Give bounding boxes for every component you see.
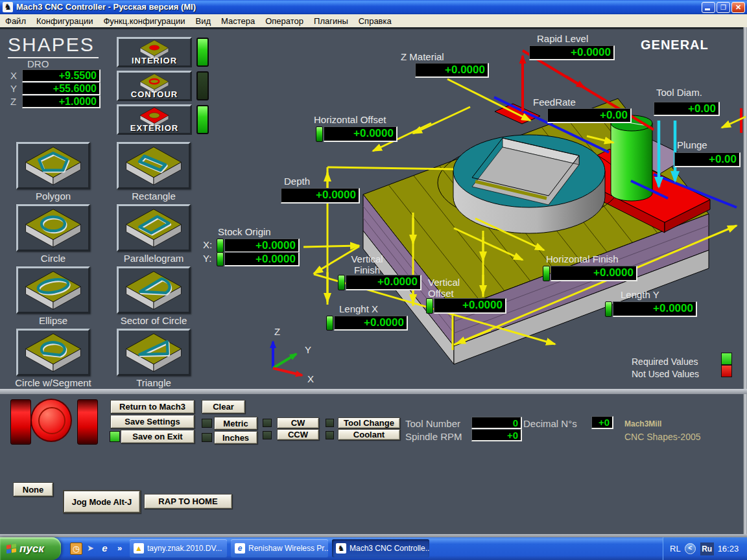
vertical-offset-led [426,298,433,314]
depth-label: Depth [284,176,310,187]
rectangle-shape-icon [120,145,187,187]
menu-func-config[interactable]: Функц.конфигурации [98,15,190,27]
plunge-dro[interactable]: +0.00 [674,152,741,167]
shape-button-sector[interactable] [117,266,191,314]
horizontal-finish-dro[interactable]: +0.0000 [551,266,637,281]
inches-led [202,433,212,442]
task-mach3[interactable]: ♞ Mach3 CNC Controlle... [332,539,429,557]
horizontal-finish-label: Horizontal Finish [546,253,619,264]
task-tayny[interactable]: ▲ tayny.znak.2010.DV... [130,539,227,557]
vertical-finish-dro[interactable]: +0.0000 [346,275,421,290]
start-button[interactable]: пуск [0,537,61,560]
depth-dro[interactable]: +0.0000 [281,188,360,204]
dro-y-value[interactable]: +55.6000 [22,82,101,95]
return-to-mach3-button[interactable]: Return to Mach3 [110,400,195,414]
pointer-icon[interactable]: ➤ [85,542,96,554]
save-settings-button[interactable]: Save Settings [110,415,195,428]
shape-label-circle-segment: Circle w/Segment [5,377,102,388]
shape-label-parallelogram: Parallelogram [105,253,202,264]
shape-button-rectangle[interactable] [117,142,191,189]
vertical-offset-dro[interactable]: +0.0000 [434,298,506,314]
interior-button[interactable]: INTERIOR [117,37,192,67]
close-button[interactable]: ✕ [731,2,745,13]
coolant-button[interactable]: Coolant [338,429,400,440]
shape-button-polygon[interactable] [16,142,90,189]
stock-origin-y-dro[interactable]: +0.0000 [224,252,300,266]
horizontal-offset-dro[interactable]: +0.0000 [324,126,397,142]
legend-required-label: Required Values [632,356,698,367]
rap-to-home-button[interactable]: RAP TO HOME [144,494,232,509]
vertical-finish-led [338,275,345,290]
metric-button[interactable]: Metric [214,417,257,430]
system-tray: RL < Ru 16:23 [663,537,747,560]
menu-plugins[interactable]: Плагины [309,15,353,27]
length-y-dro[interactable]: +0.0000 [613,301,697,317]
title-bar: ♞ Mach3 CNC Controller - Русская версия … [0,0,747,14]
vertical-offset-label: Vertical Offset [428,277,471,299]
tool-change-led [326,419,334,427]
page-title: SHAPES [8,34,99,58]
menu-wizards[interactable]: Мастера [216,15,260,27]
clear-button[interactable]: Clear [202,400,245,414]
dro-x-value[interactable]: +9.5500 [22,69,101,82]
shape-label-polygon: Polygon [5,191,102,202]
jog-mode-button[interactable]: Jog Mode Alt-J [63,490,141,513]
task-renishaw[interactable]: e Renishaw Wireless Pr... [231,539,328,557]
axis-z-label: Z [274,326,280,337]
decimal-dro[interactable]: +0 [591,416,613,429]
interior-led [196,38,209,67]
panel-divider [0,389,747,394]
tool-change-button[interactable]: Tool Change [338,417,400,428]
tray-rl-indicator: RL [670,544,681,554]
shape-button-parallelogram[interactable] [117,204,191,251]
tool-number-dro[interactable]: 0 [471,417,522,429]
minimize-button[interactable] [702,2,715,13]
screen-name: GENERAL [641,38,709,52]
ccw-button[interactable]: CCW [277,429,319,440]
tray-collapse-chevron[interactable]: < [685,543,696,554]
exterior-button[interactable]: EXTERIOR [117,104,192,135]
legend-required-led [721,353,732,365]
plunge-label: Plunge [677,139,707,150]
shape-button-circle-segment[interactable] [16,329,90,376]
menu-help[interactable]: Справка [353,15,397,27]
cw-led [263,419,272,427]
spindle-rpm-label: Spindle RPM [405,431,462,442]
z-material-dro[interactable]: +0.0000 [415,63,489,78]
cw-button[interactable]: CW [277,417,319,428]
shape-button-triangle[interactable] [117,329,191,376]
lenght-x-dro[interactable]: +0.0000 [334,316,408,331]
contour-button[interactable]: CONTOUR [117,71,192,101]
clock-icon[interactable]: ◷ [70,542,82,555]
tool-diam-dro[interactable]: +0.00 [654,102,720,116]
emergency-stop-button[interactable] [30,399,72,442]
inches-button[interactable]: Inches [214,431,257,444]
stock-origin-x-dro[interactable]: +0.0000 [224,239,300,253]
exterior-led [196,105,209,134]
menu-operator[interactable]: Оператор [260,15,309,27]
rapid-level-dro[interactable]: +0.0000 [529,45,615,60]
menu-file[interactable]: Файл [0,15,31,27]
ie-quicklaunch-icon[interactable]: e [99,542,110,554]
shape-button-circle[interactable] [16,204,90,251]
save-on-exit-button[interactable]: Save on Exit [121,430,195,443]
menu-config[interactable]: Конфигурации [31,15,98,27]
tool-diam-label: Tool Diam. [656,87,702,98]
none-button[interactable]: None [13,482,53,496]
shape-button-ellipse[interactable] [16,266,90,314]
language-indicator[interactable]: Ru [700,542,714,555]
menu-view[interactable]: Вид [190,15,216,27]
stock-origin-y-led [217,252,224,266]
feedrate-dro[interactable]: +0.00 [547,108,632,123]
circle-segment-shape-icon [19,331,87,374]
stock-origin-label: Stock Origin [218,226,271,237]
restore-button[interactable]: ❐ [717,2,730,13]
length-y-led [605,301,612,317]
task-label: Renishaw Wireless Pr... [248,544,328,553]
minimize-icon [705,8,710,10]
stock-origin-x-label: X: [203,239,212,250]
spindle-rpm-dro[interactable]: +0 [471,429,522,441]
dro-z-value[interactable]: +1.0000 [22,95,101,108]
quicklaunch-overflow-chevron[interactable]: » [114,542,125,554]
stock-origin-x-led [217,239,224,253]
